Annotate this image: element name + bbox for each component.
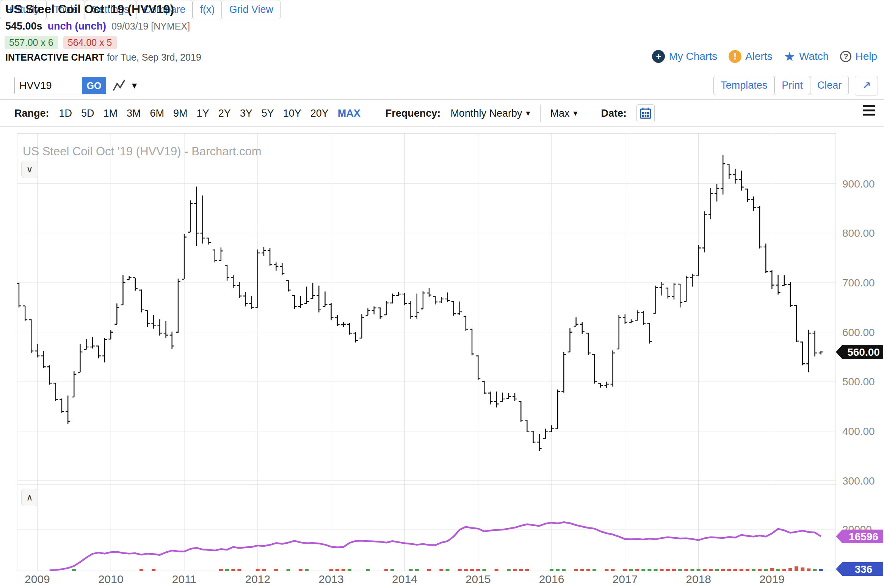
menu-bar	[863, 105, 875, 107]
my-charts-label: My Charts	[669, 50, 717, 63]
year-tick-label: 2009	[25, 573, 50, 585]
toolbar-button[interactable]: f(x)	[193, 0, 222, 19]
alerts-label: Alerts	[745, 50, 773, 63]
range-option[interactable]: 1D	[59, 108, 72, 119]
go-button[interactable]: GO	[82, 77, 106, 94]
toolbar-button[interactable]: Clear	[810, 76, 849, 95]
my-charts-link[interactable]: + My Charts	[652, 50, 717, 63]
price-tick-label: 500.00	[842, 376, 875, 388]
open-interest-badge-text: 16596	[849, 531, 878, 543]
header-divider	[0, 71, 884, 71]
range-divider	[540, 105, 541, 122]
year-tick-label: 2013	[318, 573, 344, 585]
watch-label: Watch	[799, 50, 829, 63]
period-dropdown[interactable]: Max ▾	[550, 108, 578, 119]
year-tick-label: 2012	[245, 573, 270, 585]
alert-icon: !	[729, 50, 741, 63]
frequency-label: Frequency:	[386, 108, 441, 119]
interactive-chart-caption: INTERACTIVE CHART for Tue, Sep 3rd, 2019	[5, 52, 201, 63]
question-icon: ?	[840, 51, 851, 62]
year-tick-label: 2014	[392, 573, 417, 585]
calendar-icon	[640, 107, 651, 119]
plot-border	[17, 133, 836, 571]
date-label: Date:	[601, 108, 627, 119]
range-option[interactable]: 1M	[103, 108, 118, 119]
range-option[interactable]: 20Y	[310, 108, 329, 119]
toolbar-button[interactable]: Print	[774, 76, 810, 95]
page-title: US Steel Coil Oct '19 (HVV19)	[5, 2, 174, 16]
price-tick-label: 700.00	[842, 277, 875, 289]
menu-button[interactable]	[863, 105, 875, 116]
price-tick-label: 400.00	[842, 425, 875, 437]
range-label: Range:	[14, 108, 49, 119]
quote-summary: 545.00s unch (unch) 09/03/19 [NYMEX]	[5, 20, 190, 32]
plus-circle-icon: +	[652, 50, 665, 63]
range-option[interactable]: MAX	[338, 108, 360, 119]
chart-watermark: US Steel Coil Oct '19 (HVV19) - Barchart…	[23, 145, 262, 158]
price-tick-label: 800.00	[842, 227, 875, 239]
chart-region: 2009201020112012201320142015201620172018…	[0, 132, 884, 588]
year-tick-label: 2011	[172, 573, 197, 585]
rangebar-divider	[0, 126, 884, 127]
price-tick-label: 300.00	[842, 475, 875, 487]
year-tick-label: 2017	[612, 573, 638, 585]
ask-quote: 564.00 x 5	[63, 36, 117, 49]
symbol-input[interactable]	[14, 77, 82, 94]
chart-type-dropdown[interactable]: ▾	[112, 78, 137, 92]
frequency-value: Monthly Nearby	[450, 108, 522, 119]
year-tick-label: 2016	[539, 573, 564, 585]
year-tick-label: 2018	[686, 573, 711, 585]
range-options: 1D5D1M3M6M9M1Y2Y3Y5Y10Y20YMAX	[59, 108, 360, 119]
help-link[interactable]: ? Help	[840, 50, 877, 63]
chevron-down-icon: ▾	[132, 80, 137, 91]
interactive-chart-label: INTERACTIVE CHART	[5, 52, 104, 63]
toolbar-button[interactable]: Templates	[713, 76, 774, 95]
date-picker-button[interactable]	[636, 104, 655, 122]
star-icon: ★	[784, 50, 795, 63]
range-option[interactable]: 3Y	[240, 108, 252, 119]
toolbar-divider	[139, 77, 139, 94]
price-chart[interactable]: 2009201020112012201320142015201620172018…	[0, 132, 884, 588]
menu-bar	[863, 114, 875, 116]
chevron-down-icon: ▾	[574, 108, 578, 118]
range-option[interactable]: 5Y	[262, 108, 274, 119]
range-option[interactable]: 10Y	[283, 108, 301, 119]
help-label: Help	[855, 50, 877, 63]
last-price-badge-text: 560.00	[847, 346, 880, 358]
last-price: 545.00s	[5, 20, 42, 32]
quote-date-exchange: 09/03/19 [NYMEX]	[111, 21, 190, 32]
expand-button[interactable]: ↗	[855, 76, 878, 95]
chevron-down-icon: ▾	[526, 108, 530, 118]
range-option[interactable]: 5D	[81, 108, 94, 119]
year-tick-label: 2010	[98, 573, 124, 585]
price-tick-label: 900.00	[842, 178, 875, 190]
frequency-dropdown[interactable]: Monthly Nearby ▾	[450, 108, 530, 119]
range-option[interactable]: 2Y	[218, 108, 231, 119]
range-option[interactable]: 1Y	[197, 108, 209, 119]
watch-link[interactable]: ★ Watch	[784, 50, 829, 63]
price-tick-label: 600.00	[842, 327, 875, 338]
line-chart-icon	[112, 78, 128, 92]
collapse-lower-panel-button[interactable]: ∧	[21, 489, 38, 506]
range-option[interactable]: 3M	[127, 108, 141, 119]
year-tick-label: 2019	[759, 573, 785, 585]
collapse-main-panel-button[interactable]: ∨	[21, 161, 38, 178]
volume-badge-text: 336	[855, 563, 873, 575]
price-change: unch (unch)	[48, 20, 106, 32]
range-option[interactable]: 9M	[173, 108, 188, 119]
menu-bar	[863, 109, 875, 111]
alerts-link[interactable]: ! Alerts	[729, 50, 773, 63]
interactive-chart-date: for Tue, Sep 3rd, 2019	[104, 52, 201, 63]
range-option[interactable]: 6M	[150, 108, 165, 119]
bid-quote: 557.00 x 6	[5, 36, 58, 49]
toolbar-button[interactable]: Grid View	[222, 0, 281, 19]
year-tick-label: 2015	[466, 573, 491, 585]
toolbar-divider-line	[0, 99, 884, 100]
period-value: Max	[550, 108, 570, 119]
